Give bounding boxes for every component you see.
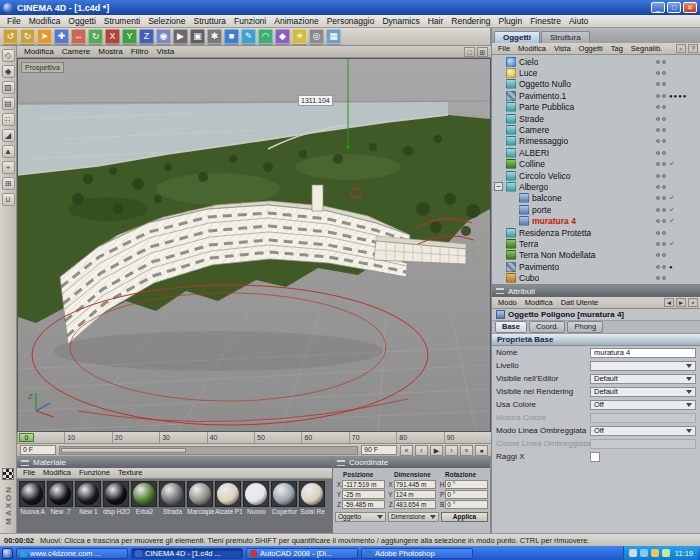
- viewport-menu-item[interactable]: Filtro: [127, 46, 153, 57]
- maximize-button[interactable]: □: [667, 2, 681, 13]
- expand-toggle[interactable]: [494, 228, 503, 237]
- lock-icon[interactable]: ▪: [688, 298, 698, 307]
- visibility-dots[interactable]: [656, 82, 666, 86]
- expand-toggle[interactable]: [494, 80, 503, 89]
- attribute-value-field[interactable]: Off: [590, 426, 696, 436]
- timeline-tick[interactable]: 90: [444, 432, 491, 443]
- taskbar-button[interactable]: www.c4dzone.com ...: [16, 548, 128, 559]
- materials-header[interactable]: Materiale: [17, 457, 332, 468]
- render-settings-icon[interactable]: ✱: [207, 29, 222, 44]
- visibility-dots[interactable]: [656, 219, 666, 223]
- materials-menu-item[interactable]: Texture: [114, 468, 147, 478]
- expand-toggle[interactable]: [494, 137, 503, 146]
- timeline-ruler[interactable]: 0102030405060708090: [17, 432, 491, 444]
- attributes-menu-item[interactable]: Dati Utente: [557, 298, 603, 308]
- object-tree-item[interactable]: balcone ✓: [492, 193, 700, 204]
- expand-toggle[interactable]: [494, 114, 503, 123]
- object-tree-item[interactable]: Camere: [492, 124, 700, 135]
- materials-menu-item[interactable]: Funzione: [75, 468, 114, 478]
- taskbar-button[interactable]: CINEMA 4D - [1.c4d ...: [131, 548, 243, 559]
- object-tree-item[interactable]: Terra ✓: [492, 238, 700, 249]
- four-views-icon[interactable]: ⊞: [477, 47, 488, 57]
- render-view-icon[interactable]: ▶: [173, 29, 188, 44]
- position-field[interactable]: -25 m: [342, 490, 385, 499]
- viewport-canvas[interactable]: Z: [18, 59, 490, 431]
- 3d-viewport[interactable]: Z Prospettiva 1311.104: [17, 58, 491, 432]
- polygons-mode-icon[interactable]: ▲: [2, 145, 15, 158]
- attribute-tab[interactable]: Coord.: [529, 321, 566, 333]
- timeline-tick[interactable]: 30: [159, 432, 206, 443]
- size-mode-dropdown[interactable]: Dimensione: [388, 512, 439, 522]
- object-tree-item[interactable]: Strade: [492, 113, 700, 124]
- nurbs-icon[interactable]: ◠: [258, 29, 273, 44]
- forward-icon[interactable]: ►: [676, 298, 686, 307]
- attribute-section-header[interactable]: Proprietà Base: [492, 334, 700, 346]
- go-to-end-icon[interactable]: »: [460, 445, 473, 456]
- snap-settings-icon[interactable]: ∪: [2, 193, 15, 206]
- menu-item[interactable]: Aiuto: [565, 15, 592, 27]
- object-mode-icon[interactable]: ◆: [2, 65, 15, 78]
- expand-toggle[interactable]: [494, 262, 503, 271]
- material-item[interactable]: New 1: [75, 481, 102, 516]
- object-manager-menu-item[interactable]: Vista: [550, 44, 575, 54]
- visibility-dots[interactable]: [656, 265, 666, 269]
- object-manager-menu-item[interactable]: Segnalib.: [627, 44, 666, 54]
- timeline-tick[interactable]: 70: [349, 432, 396, 443]
- visibility-dots[interactable]: [656, 60, 666, 64]
- menu-item[interactable]: Modifica: [25, 15, 65, 27]
- expand-toggle[interactable]: [494, 171, 503, 180]
- menu-item[interactable]: Animazione: [270, 15, 322, 27]
- viewport-menu-item[interactable]: Mostra: [94, 46, 126, 57]
- current-frame-marker[interactable]: 0: [19, 433, 34, 442]
- quick-launch-icon[interactable]: [2, 548, 13, 559]
- attribute-tab[interactable]: Phong: [567, 321, 603, 333]
- volume-icon[interactable]: [629, 549, 637, 557]
- minimize-button[interactable]: _: [651, 2, 665, 13]
- material-item[interactable]: disp H2O: [103, 481, 130, 516]
- object-mode-dropdown[interactable]: Oggetto: [335, 512, 386, 522]
- workplane-mode-icon[interactable]: ▤: [2, 97, 15, 110]
- visibility-dots[interactable]: [656, 196, 666, 200]
- record-key-icon[interactable]: ●: [475, 445, 488, 456]
- visibility-dots[interactable]: [656, 276, 666, 280]
- object-tree[interactable]: Cielo Luce Oggetto Nullo: [492, 55, 700, 285]
- expand-toggle[interactable]: [494, 125, 503, 134]
- points-mode-icon[interactable]: ∷: [2, 113, 15, 126]
- spline-pen-icon[interactable]: ✎: [241, 29, 256, 44]
- visibility-dots[interactable]: [656, 128, 666, 132]
- object-tree-item[interactable]: Pavimento.1 ●●●●: [492, 90, 700, 101]
- texture-mode-icon[interactable]: ▨: [2, 81, 15, 94]
- size-field[interactable]: 791.445 m: [394, 480, 437, 489]
- attributes-menu-item[interactable]: Modo: [494, 298, 521, 308]
- material-item[interactable]: Nuovo: [243, 481, 270, 516]
- object-manager-menu-item[interactable]: File: [494, 44, 514, 54]
- attribute-value-field[interactable]: Default: [590, 387, 696, 397]
- network-icon[interactable]: [651, 549, 659, 557]
- object-tree-item[interactable]: Oggetto Nullo: [492, 79, 700, 90]
- attributes-menu-item[interactable]: Modifica: [521, 298, 557, 308]
- material-item[interactable]: Solai Re: [299, 481, 326, 516]
- visibility-dots[interactable]: [656, 105, 666, 109]
- viewport-menu-item[interactable]: Modifica: [20, 46, 58, 57]
- attribute-value-field[interactable]: [590, 439, 696, 449]
- viewport-menu-item[interactable]: Camere: [58, 46, 94, 57]
- attribute-value-field[interactable]: Off: [590, 400, 696, 410]
- visibility-dots[interactable]: [656, 151, 666, 155]
- coordinate-system-icon[interactable]: ◉: [156, 29, 171, 44]
- expand-toggle[interactable]: [494, 273, 503, 282]
- undo-icon[interactable]: ↺: [3, 29, 18, 44]
- menu-item[interactable]: Selezione: [144, 15, 189, 27]
- visibility-dots[interactable]: [656, 253, 666, 257]
- object-tree-item[interactable]: Residenza Protetta: [492, 227, 700, 238]
- timeline-tick[interactable]: 80: [396, 432, 443, 443]
- object-tree-item[interactable]: Terra Non Modellata: [492, 250, 700, 261]
- title-bar[interactable]: CINEMA 4D - [1.c4d *] _ □ ✕: [0, 0, 700, 15]
- expand-toggle[interactable]: [494, 160, 503, 169]
- expand-toggle[interactable]: [494, 57, 503, 66]
- menu-item[interactable]: Strumenti: [100, 15, 144, 27]
- visibility-dots[interactable]: [656, 231, 666, 235]
- menu-item[interactable]: File: [3, 15, 25, 27]
- back-icon[interactable]: ◄: [664, 298, 674, 307]
- visibility-dots[interactable]: [656, 208, 666, 212]
- lock-x-axis-icon[interactable]: X: [105, 29, 120, 44]
